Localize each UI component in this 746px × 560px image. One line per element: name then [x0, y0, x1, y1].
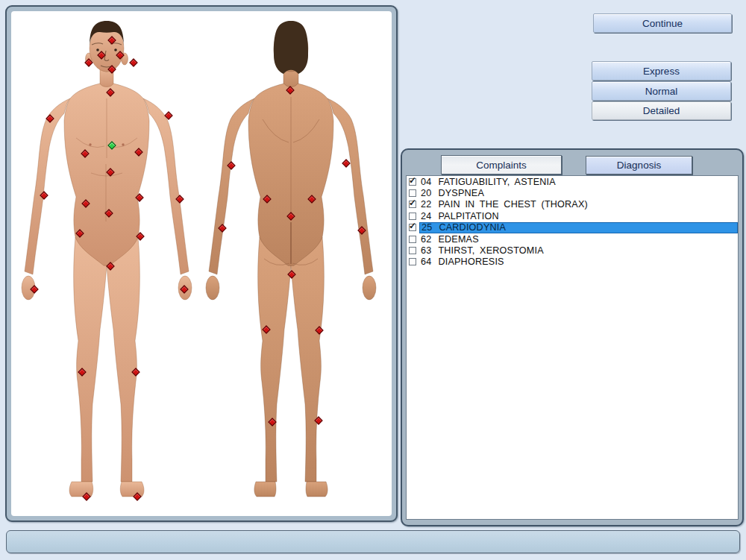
body-map-panel	[5, 5, 398, 522]
complaint-row-04[interactable]: ✓04FATIGUABILITY, ASTENIA	[407, 176, 738, 187]
complaint-label: 04FATIGUABILITY, ASTENIA	[419, 176, 738, 187]
body-map-canvas[interactable]	[11, 11, 392, 516]
human-figures-illustration	[11, 11, 392, 516]
complaint-label: 62EDEMAS	[419, 233, 738, 245]
checkbox-unchecked[interactable]	[409, 213, 416, 220]
complaints-list[interactable]: ✓04FATIGUABILITY, ASTENIA20DYSPNEA✓22PAI…	[406, 175, 739, 520]
checkbox-unchecked[interactable]	[409, 247, 416, 254]
complaint-label: 24PALPITATION	[419, 210, 738, 221]
tab-complaints[interactable]: Complaints	[441, 155, 562, 174]
complaint-label: 25CARDIODYNIA	[419, 222, 738, 233]
complaint-label: 20DYSPNEA	[419, 187, 738, 198]
normal-button[interactable]: Normal	[592, 81, 731, 101]
tab-diagnosis[interactable]: Diagnosis	[586, 156, 692, 174]
complaint-row-20[interactable]: 20DYSPNEA	[407, 187, 738, 198]
complaint-row-63[interactable]: 63THIRST, XEROSTOMIA	[407, 245, 738, 256]
complaint-label: 63THIRST, XEROSTOMIA	[419, 245, 738, 256]
complaint-label: 22PAIN IN THE CHEST (THORAX)	[419, 199, 738, 210]
checkbox-unchecked[interactable]	[409, 236, 416, 243]
check-icon: ✓	[409, 221, 416, 231]
checkbox-checked[interactable]: ✓	[409, 178, 416, 186]
detailed-button[interactable]: Detailed	[592, 101, 731, 120]
complaint-label: 64DIAPHORESIS	[419, 257, 738, 268]
continue-button[interactable]: Continue	[593, 13, 732, 33]
complaints-panel: Complaints Diagnosis ✓04FATIGUABILITY, A…	[401, 148, 744, 526]
status-bar	[6, 530, 740, 553]
checkbox-unchecked[interactable]	[409, 258, 416, 265]
complaint-row-24[interactable]: 24PALPITATION	[407, 210, 738, 221]
complaint-row-22[interactable]: ✓22PAIN IN THE CHEST (THORAX)	[407, 199, 738, 210]
checkbox-checked[interactable]: ✓	[409, 201, 416, 208]
complaint-row-64[interactable]: 64DIAPHORESIS	[407, 257, 738, 268]
complaint-row-25[interactable]: ✓25CARDIODYNIA	[407, 222, 738, 233]
complaint-row-62[interactable]: 62EDEMAS	[407, 233, 738, 245]
check-icon: ✓	[409, 198, 416, 208]
checkbox-checked[interactable]: ✓	[409, 224, 416, 231]
check-icon: ✓	[409, 175, 416, 186]
checkbox-unchecked[interactable]	[409, 189, 416, 197]
express-button[interactable]: Express	[592, 61, 731, 81]
